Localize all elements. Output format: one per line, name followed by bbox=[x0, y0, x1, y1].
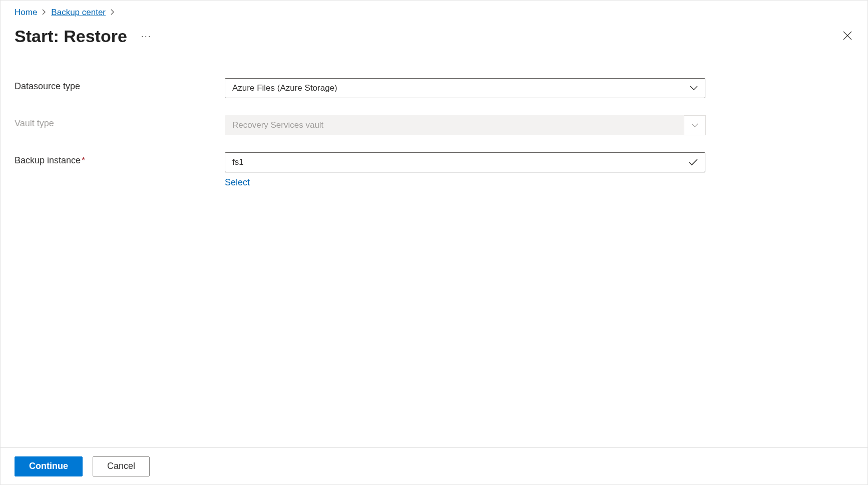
vault-type-label: Vault type bbox=[15, 115, 225, 129]
backup-instance-label: Backup instance* bbox=[15, 152, 225, 166]
breadcrumb: Home Backup center bbox=[15, 8, 853, 18]
continue-button[interactable]: Continue bbox=[15, 456, 83, 476]
more-actions-button[interactable]: ··· bbox=[139, 29, 154, 44]
chevron-right-icon bbox=[111, 9, 115, 17]
form: Datasource type Azure Files (Azure Stora… bbox=[15, 78, 705, 188]
footer: Continue Cancel bbox=[1, 447, 867, 484]
checkmark-icon bbox=[689, 159, 698, 166]
vault-type-value: Recovery Services vault bbox=[232, 120, 323, 130]
backup-instance-select-link[interactable]: Select bbox=[225, 177, 250, 188]
page-title: Start: Restore bbox=[15, 27, 127, 46]
backup-instance-value: fs1 bbox=[232, 157, 244, 167]
vault-type-select: Recovery Services vault bbox=[225, 115, 705, 135]
datasource-type-label: Datasource type bbox=[15, 78, 225, 92]
breadcrumb-backup-center-link[interactable]: Backup center bbox=[51, 8, 106, 18]
datasource-type-select[interactable]: Azure Files (Azure Storage) bbox=[225, 78, 705, 98]
close-button[interactable] bbox=[839, 28, 855, 45]
page-header: Start: Restore ··· bbox=[15, 27, 853, 46]
backup-instance-select[interactable]: fs1 bbox=[225, 152, 705, 172]
chevron-down-icon bbox=[690, 86, 698, 91]
breadcrumb-home-link[interactable]: Home bbox=[15, 8, 37, 18]
chevron-down-icon bbox=[684, 115, 706, 135]
datasource-type-value: Azure Files (Azure Storage) bbox=[232, 83, 337, 93]
chevron-right-icon bbox=[42, 9, 46, 17]
required-indicator: * bbox=[82, 155, 85, 165]
cancel-button[interactable]: Cancel bbox=[93, 456, 150, 476]
